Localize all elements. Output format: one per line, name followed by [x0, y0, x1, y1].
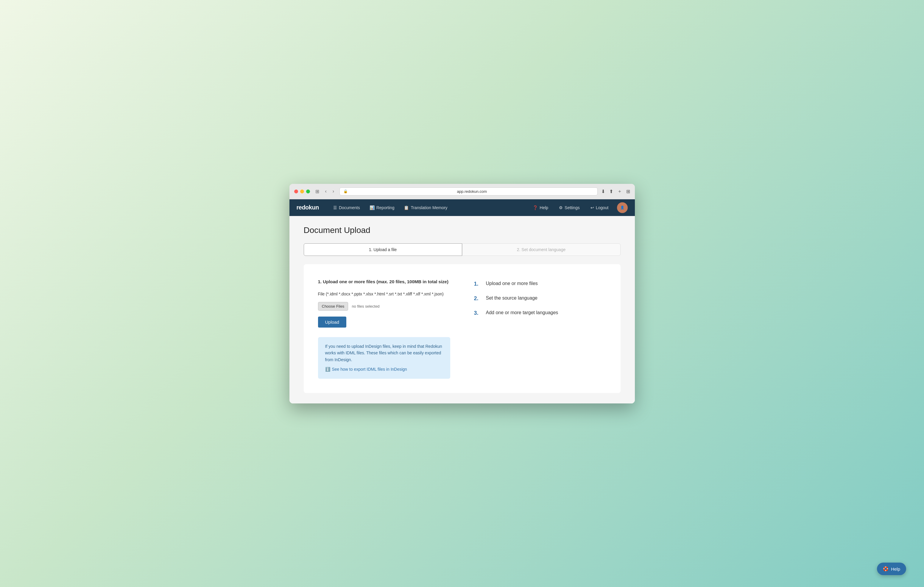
upload-right-panel: 1. Upload one or more files 2. Set the s… [474, 278, 606, 379]
lock-icon: 🔒 [343, 189, 348, 193]
help-fab[interactable]: 🛟 Help [877, 562, 906, 575]
help-label: Help [540, 205, 548, 210]
info-icon: ℹ️ [325, 366, 330, 373]
nav-translation-memory[interactable]: 📋 Translation Memory [399, 199, 452, 216]
step-text-3: Add one or more target languages [486, 310, 558, 316]
step-text-2: Set the source language [486, 296, 538, 301]
page-title: Document Upload [304, 225, 620, 235]
step-number-3: 3. [474, 310, 481, 316]
url-text: app.redokun.com [350, 189, 594, 194]
new-tab-icon[interactable]: ＋ [617, 188, 622, 194]
settings-icon: ⚙ [559, 205, 563, 210]
settings-label: Settings [564, 205, 580, 210]
close-button[interactable] [294, 189, 298, 193]
idml-help-link-text: See how to export IDML files in InDesign [332, 366, 407, 373]
step-text-1: Upload one or more files [486, 281, 538, 286]
reporting-icon: 📊 [370, 205, 375, 210]
avatar-initials: 👤 [620, 206, 624, 209]
file-types-label: File (*.idml *.docx *.pptx *.xlsx *.html… [318, 291, 450, 297]
upload-button[interactable]: Upload [318, 317, 346, 327]
choose-files-button[interactable]: Choose Files [318, 302, 348, 311]
browser-toolbar-right: ⬇ ⬆ ＋ ⊞ [601, 188, 630, 194]
upload-card: 1. Upload one or more files (max. 20 fil… [304, 264, 620, 393]
upload-step-3: 3. Add one or more target languages [474, 310, 606, 316]
maximize-button[interactable] [306, 189, 310, 193]
browser-titlebar: ⊞ ‹ › 🔒 app.redokun.com ⬇ ⬆ ＋ ⊞ [289, 184, 635, 199]
nav-right: ❓ Help ⚙ Settings ↩ Logout 👤 [528, 199, 627, 216]
nav-documents[interactable]: ☰ Documents [328, 199, 365, 216]
nav-links: ☰ Documents 📊 Reporting 📋 Translation Me… [328, 199, 528, 216]
help-fab-label: Help [891, 566, 900, 572]
step-1-button[interactable]: 1. Upload a file [304, 243, 462, 256]
reporting-label: Reporting [376, 205, 394, 210]
info-box: If you need to upload InDesign files, ke… [318, 337, 450, 379]
step-number-2: 2. [474, 296, 481, 302]
browser-window: ⊞ ‹ › 🔒 app.redokun.com ⬇ ⬆ ＋ ⊞ redokun … [289, 184, 635, 403]
app-nav: redokun ☰ Documents 📊 Reporting 📋 Transl… [289, 199, 635, 216]
help-fab-icon: 🛟 [883, 566, 889, 572]
help-icon: ❓ [533, 205, 538, 210]
back-button[interactable]: ‹ [323, 188, 328, 194]
download-icon[interactable]: ⬇ [601, 189, 605, 194]
documents-icon: ☰ [333, 205, 337, 210]
traffic-lights [294, 189, 310, 193]
documents-label: Documents [339, 205, 360, 210]
nav-help[interactable]: ❓ Help [528, 199, 553, 216]
forward-button[interactable]: › [331, 188, 336, 194]
step-2-button[interactable]: 2. Set document language [462, 243, 620, 256]
translation-memory-label: Translation Memory [411, 205, 447, 210]
minimize-button[interactable] [300, 189, 304, 193]
share-icon[interactable]: ⬆ [609, 189, 613, 194]
upload-step-2: 2. Set the source language [474, 296, 606, 302]
sidebar-toggle-button[interactable]: ⊞ [314, 188, 321, 195]
translation-memory-icon: 📋 [404, 205, 409, 210]
nav-settings[interactable]: ⚙ Settings [554, 199, 584, 216]
file-input-row: Choose Files no files selected [318, 302, 450, 311]
main-content: Document Upload 1. Upload a file 2. Set … [289, 216, 635, 403]
user-avatar[interactable]: 👤 [617, 202, 628, 213]
upload-description: 1. Upload one or more files (max. 20 fil… [318, 278, 450, 285]
step-number-1: 1. [474, 281, 481, 287]
info-box-text: If you need to upload InDesign files, ke… [325, 343, 443, 363]
upload-steps-list: 1. Upload one or more files 2. Set the s… [474, 278, 606, 316]
logout-icon: ↩ [591, 205, 594, 210]
app-logo[interactable]: redokun [297, 204, 319, 211]
tab-grid-icon[interactable]: ⊞ [626, 189, 630, 194]
upload-step-1: 1. Upload one or more files [474, 281, 606, 287]
browser-controls: ⊞ ‹ › [314, 188, 336, 195]
logout-label: Logout [596, 205, 609, 210]
nav-logout[interactable]: ↩ Logout [586, 199, 614, 216]
upload-left-panel: 1. Upload one or more files (max. 20 fil… [318, 278, 450, 379]
nav-reporting[interactable]: 📊 Reporting [365, 199, 399, 216]
address-bar[interactable]: 🔒 app.redokun.com [340, 187, 597, 196]
idml-help-link[interactable]: ℹ️ See how to export IDML files in InDes… [325, 366, 443, 373]
no-files-text: no files selected [351, 304, 380, 309]
steps-bar: 1. Upload a file 2. Set document languag… [304, 243, 620, 256]
